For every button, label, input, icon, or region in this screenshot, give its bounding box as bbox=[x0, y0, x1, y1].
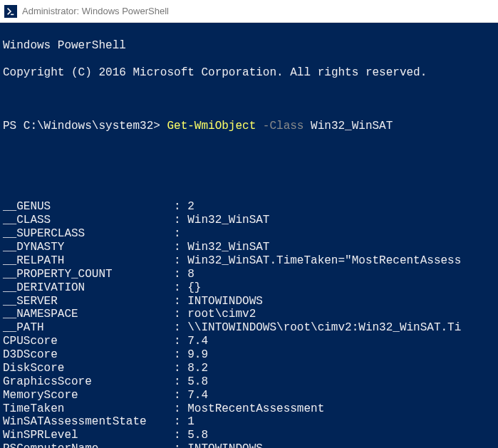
property-name: MemoryScore bbox=[3, 389, 174, 402]
property-name: WinSATAssessmentState bbox=[3, 415, 174, 429]
command-line: PS C:\Windows\system32> Get-WmiObject -C… bbox=[3, 120, 498, 133]
output-row: __PATH : \\INTOWINDOWS\root\cimv2:Win32_… bbox=[3, 321, 498, 335]
output-row: TimeTaken : MostRecentAssessment bbox=[3, 402, 498, 416]
property-name: PSComputerName bbox=[3, 442, 174, 448]
colon: : bbox=[174, 200, 187, 214]
colon: : bbox=[174, 429, 187, 442]
output-row: __DYNASTY : Win32_WinSAT bbox=[3, 241, 498, 254]
property-name: __DYNASTY bbox=[3, 241, 174, 254]
colon: : bbox=[174, 321, 187, 335]
property-value: root\cimv2 bbox=[187, 308, 256, 321]
colon: : bbox=[174, 335, 187, 348]
copyright-line: Copyright (C) 2016 Microsoft Corporation… bbox=[3, 66, 498, 80]
property-value: {} bbox=[187, 281, 201, 295]
colon: : bbox=[174, 295, 187, 308]
output-row: DiskScore : 8.2 bbox=[3, 362, 498, 375]
property-value: \\INTOWINDOWS\root\cimv2:Win32_WinSAT.Ti bbox=[187, 321, 461, 335]
property-name: __RELPATH bbox=[3, 254, 174, 268]
prompt-text: PS C:\Windows\system32> bbox=[3, 120, 167, 132]
property-name: __NAMESPACE bbox=[3, 308, 174, 321]
property-name: WinSPRLevel bbox=[3, 429, 174, 442]
property-value: MostRecentAssessment bbox=[187, 402, 324, 416]
colon: : bbox=[174, 362, 187, 375]
property-value: 8.2 bbox=[187, 362, 208, 375]
output-row: D3DScore : 9.9 bbox=[3, 348, 498, 362]
output-row: __SUPERCLASS : bbox=[3, 227, 498, 241]
output-row: WinSATAssessmentState : 1 bbox=[3, 415, 498, 429]
property-name: __SUPERCLASS bbox=[3, 227, 174, 241]
property-name: GraphicsScore bbox=[3, 375, 174, 389]
property-value: Win32_WinSAT bbox=[187, 214, 269, 227]
property-value: 7.4 bbox=[187, 335, 208, 348]
colon: : bbox=[174, 281, 187, 295]
property-name: __GENUS bbox=[3, 200, 174, 214]
colon: : bbox=[174, 348, 187, 362]
param-text: -Class bbox=[263, 120, 311, 132]
terminal-output[interactable]: Windows PowerShell Copyright (C) 2016 Mi… bbox=[0, 23, 498, 448]
output-row: __GENUS : 2 bbox=[3, 200, 498, 214]
titlebar[interactable]: Administrator: Windows PowerShell bbox=[0, 0, 498, 23]
property-name: __PROPERTY_COUNT bbox=[3, 268, 174, 281]
property-value: 8 bbox=[187, 268, 194, 281]
powershell-icon bbox=[4, 5, 17, 18]
colon: : bbox=[174, 389, 187, 402]
property-value: 2 bbox=[187, 200, 194, 214]
output-row: __PROPERTY_COUNT : 8 bbox=[3, 268, 498, 281]
output-block: __GENUS : 2__CLASS : Win32_WinSAT__SUPER… bbox=[3, 200, 498, 448]
property-name: CPUScore bbox=[3, 335, 174, 348]
colon: : bbox=[174, 415, 187, 429]
property-name: __SERVER bbox=[3, 295, 174, 308]
colon: : bbox=[174, 402, 187, 416]
property-value: 7.4 bbox=[187, 389, 208, 402]
output-row: __NAMESPACE : root\cimv2 bbox=[3, 308, 498, 321]
output-row: PSComputerName : INTOWINDOWS bbox=[3, 442, 498, 448]
property-value: INTOWINDOWS bbox=[187, 295, 263, 308]
output-row: CPUScore : 7.4 bbox=[3, 335, 498, 348]
blank-line bbox=[3, 147, 498, 160]
header-line: Windows PowerShell bbox=[3, 39, 498, 53]
property-name: D3DScore bbox=[3, 348, 174, 362]
property-name: __DERIVATION bbox=[3, 281, 174, 295]
colon: : bbox=[174, 214, 187, 227]
output-row: GraphicsScore : 5.8 bbox=[3, 375, 498, 389]
property-name: TimeTaken bbox=[3, 402, 174, 416]
colon: : bbox=[174, 268, 187, 281]
powershell-window: Administrator: Windows PowerShell Window… bbox=[0, 0, 498, 448]
output-row: __CLASS : Win32_WinSAT bbox=[3, 214, 498, 227]
output-row: __RELPATH : Win32_WinSAT.TimeTaken="Most… bbox=[3, 254, 498, 268]
property-value: 9.9 bbox=[187, 348, 208, 362]
property-value: Win32_WinSAT.TimeTaken="MostRecentAssess bbox=[187, 254, 461, 268]
blank-line bbox=[3, 93, 498, 106]
property-value: 5.8 bbox=[187, 375, 208, 389]
colon: : bbox=[174, 227, 187, 241]
output-row: MemoryScore : 7.4 bbox=[3, 389, 498, 402]
colon: : bbox=[174, 254, 187, 268]
colon: : bbox=[174, 308, 187, 321]
output-row: __SERVER : INTOWINDOWS bbox=[3, 295, 498, 308]
property-value: 5.8 bbox=[187, 429, 208, 442]
output-row: __DERIVATION : {} bbox=[3, 281, 498, 295]
property-value: Win32_WinSAT bbox=[187, 241, 269, 254]
property-name: __PATH bbox=[3, 321, 174, 335]
cmdlet-text: Get-WmiObject bbox=[167, 120, 262, 132]
colon: : bbox=[174, 442, 187, 448]
blank-line bbox=[3, 174, 498, 187]
property-value: INTOWINDOWS bbox=[187, 442, 263, 448]
property-value: 1 bbox=[187, 415, 194, 429]
window-title: Administrator: Windows PowerShell bbox=[22, 6, 169, 16]
property-name: DiskScore bbox=[3, 362, 174, 375]
param-value: Win32_WinSAT bbox=[311, 120, 393, 132]
property-name: __CLASS bbox=[3, 214, 174, 227]
colon: : bbox=[174, 375, 187, 389]
colon: : bbox=[174, 241, 187, 254]
output-row: WinSPRLevel : 5.8 bbox=[3, 429, 498, 442]
